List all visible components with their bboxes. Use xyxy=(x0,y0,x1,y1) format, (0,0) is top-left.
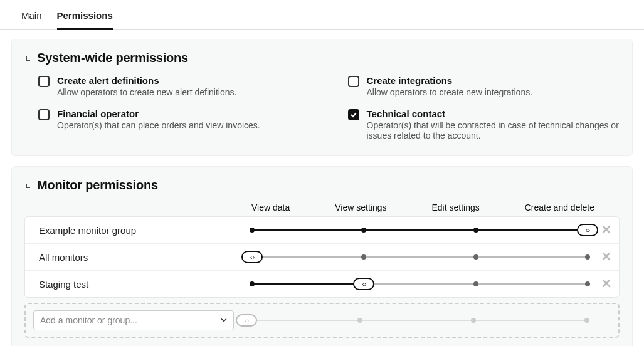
desc-technical-contact: Operator(s) that will be contacted in ca… xyxy=(367,120,620,140)
tab-permissions[interactable]: Permissions xyxy=(57,0,113,29)
col-view-data: View data xyxy=(251,202,290,212)
slider-handle[interactable]: ‹› xyxy=(577,224,598,236)
desc-financial-operator: Operator(s) that can place orders and vi… xyxy=(57,120,260,130)
monitor-permissions-panel: Monitor permissions View data View setti… xyxy=(11,166,633,346)
collapse-icon[interactable] xyxy=(24,182,32,189)
label-financial-operator: Financial operator xyxy=(57,108,260,119)
section-title-system: System-wide permissions xyxy=(37,51,188,65)
monitor-name: All monitors xyxy=(39,252,252,263)
checkbox-technical-contact[interactable] xyxy=(348,109,359,120)
checkbox-financial-operator[interactable] xyxy=(38,109,50,120)
permission-slider[interactable]: ‹› xyxy=(252,250,588,264)
monitor-row: Example monitor group ‹› xyxy=(25,217,619,244)
permission-slider[interactable]: ‹› xyxy=(252,277,588,291)
slider-handle: ‹› xyxy=(236,314,257,327)
monitor-row: All monitors ‹› xyxy=(25,244,619,271)
remove-row-button[interactable] xyxy=(594,251,619,263)
checkbox-create-alerts[interactable] xyxy=(38,76,50,87)
add-monitor-select[interactable]: Add a monitor or group... xyxy=(33,310,234,330)
remove-row-button[interactable] xyxy=(594,278,619,290)
collapse-icon[interactable] xyxy=(24,55,32,62)
monitor-name: Example monitor group xyxy=(39,225,252,236)
slider-handle[interactable]: ‹› xyxy=(241,251,263,263)
monitor-column-headers: View data View settings Edit settings Cr… xyxy=(24,202,620,212)
col-view-settings: View settings xyxy=(335,202,386,212)
monitor-rows: Example monitor group ‹› All monitors ‹›… xyxy=(24,216,620,298)
desc-create-alerts: Allow operators to create new alert defi… xyxy=(57,87,236,97)
desc-create-integrations: Allow operators to create new integratio… xyxy=(367,87,533,97)
label-create-integrations: Create integrations xyxy=(367,75,533,86)
permission-slider[interactable]: ‹› xyxy=(252,223,588,237)
col-edit-settings: Edit settings xyxy=(431,202,479,212)
monitor-name: Staging test xyxy=(39,279,252,290)
permission-slider-disabled: ‹› xyxy=(246,313,587,327)
tab-main[interactable]: Main xyxy=(21,0,42,29)
tabbar: Main Permissions xyxy=(0,0,644,30)
label-technical-contact: Technical contact xyxy=(367,108,620,119)
monitor-row: Staging test ‹› xyxy=(25,271,619,297)
section-title-monitor: Monitor permissions xyxy=(37,178,158,192)
slider-handle[interactable]: ‹› xyxy=(353,278,374,290)
checkbox-create-integrations[interactable] xyxy=(348,76,359,87)
add-monitor-row: Add a monitor or group... ‹› xyxy=(24,303,620,338)
system-permissions-panel: System-wide permissions Create alert def… xyxy=(11,39,633,156)
col-create-delete: Create and delete xyxy=(525,202,594,212)
label-create-alerts: Create alert definitions xyxy=(57,75,236,86)
